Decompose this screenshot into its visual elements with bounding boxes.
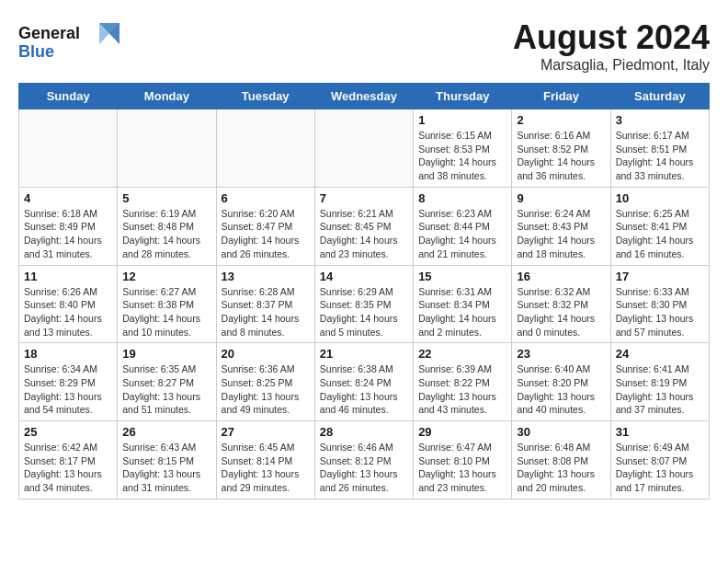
month-year: August 2024 (513, 18, 710, 57)
day-number: 20 (222, 347, 310, 361)
calendar-cell-0-0 (19, 109, 118, 188)
day-info: Sunrise: 6:18 AMSunset: 8:49 PMDaylight:… (24, 207, 112, 261)
calendar-cell-4-6: 31Sunrise: 6:49 AMSunset: 8:07 PMDayligh… (610, 421, 709, 500)
calendar-table: Sunday Monday Tuesday Wednesday Thursday… (18, 83, 710, 500)
week-row-3: 11Sunrise: 6:26 AMSunset: 8:40 PMDayligh… (19, 265, 710, 343)
calendar-cell-3-5: 23Sunrise: 6:40 AMSunset: 8:20 PMDayligh… (512, 343, 610, 421)
day-info: Sunrise: 6:31 AMSunset: 8:34 PMDaylight:… (418, 285, 506, 339)
day-info: Sunrise: 6:17 AMSunset: 8:51 PMDaylight:… (616, 129, 704, 183)
header-saturday: Saturday (610, 84, 709, 109)
header-sunday: Sunday (19, 84, 118, 109)
calendar-cell-3-0: 18Sunrise: 6:34 AMSunset: 8:29 PMDayligh… (19, 343, 118, 421)
title-area: August 2024 Marsaglia, Piedmont, Italy (513, 18, 710, 74)
day-info: Sunrise: 6:49 AMSunset: 8:07 PMDaylight:… (616, 441, 704, 495)
day-info: Sunrise: 6:19 AMSunset: 8:48 PMDaylight:… (122, 207, 210, 261)
days-header-row: Sunday Monday Tuesday Wednesday Thursday… (19, 84, 710, 109)
calendar-cell-1-2: 6Sunrise: 6:20 AMSunset: 8:47 PMDaylight… (216, 187, 314, 265)
calendar-cell-0-1 (118, 109, 216, 188)
day-number: 4 (24, 191, 112, 205)
day-number: 31 (616, 425, 704, 439)
calendar-cell-0-2 (216, 109, 314, 188)
calendar-cell-2-6: 17Sunrise: 6:33 AMSunset: 8:30 PMDayligh… (610, 265, 709, 343)
logo: General Blue (18, 18, 119, 64)
calendar-cell-1-4: 8Sunrise: 6:23 AMSunset: 8:44 PMDaylight… (414, 187, 512, 265)
calendar-cell-1-6: 10Sunrise: 6:25 AMSunset: 8:41 PMDayligh… (610, 187, 709, 265)
day-number: 29 (418, 425, 506, 439)
day-number: 8 (418, 191, 506, 205)
day-info: Sunrise: 6:21 AMSunset: 8:45 PMDaylight:… (320, 207, 408, 261)
week-row-4: 18Sunrise: 6:34 AMSunset: 8:29 PMDayligh… (19, 343, 710, 421)
day-number: 19 (122, 347, 210, 361)
calendar-cell-0-6: 3Sunrise: 6:17 AMSunset: 8:51 PMDaylight… (610, 109, 709, 188)
day-number: 10 (616, 191, 704, 205)
calendar-cell-4-2: 27Sunrise: 6:45 AMSunset: 8:14 PMDayligh… (216, 421, 314, 500)
header-wednesday: Wednesday (314, 84, 413, 109)
day-number: 2 (517, 113, 605, 127)
day-number: 13 (222, 270, 310, 283)
day-info: Sunrise: 6:43 AMSunset: 8:15 PMDaylight:… (122, 441, 210, 495)
calendar-cell-3-3: 21Sunrise: 6:38 AMSunset: 8:24 PMDayligh… (314, 343, 413, 421)
calendar-cell-2-4: 15Sunrise: 6:31 AMSunset: 8:34 PMDayligh… (414, 265, 512, 343)
day-info: Sunrise: 6:47 AMSunset: 8:10 PMDaylight:… (418, 441, 506, 495)
day-info: Sunrise: 6:15 AMSunset: 8:53 PMDaylight:… (418, 129, 506, 183)
day-info: Sunrise: 6:35 AMSunset: 8:27 PMDaylight:… (122, 362, 210, 417)
day-info: Sunrise: 6:39 AMSunset: 8:22 PMDaylight:… (418, 362, 506, 417)
day-info: Sunrise: 6:40 AMSunset: 8:20 PMDaylight:… (517, 362, 605, 417)
day-info: Sunrise: 6:46 AMSunset: 8:12 PMDaylight:… (320, 441, 408, 495)
day-info: Sunrise: 6:45 AMSunset: 8:14 PMDaylight:… (222, 441, 310, 495)
calendar-cell-4-4: 29Sunrise: 6:47 AMSunset: 8:10 PMDayligh… (414, 421, 512, 500)
calendar-cell-4-3: 28Sunrise: 6:46 AMSunset: 8:12 PMDayligh… (314, 421, 413, 500)
day-info: Sunrise: 6:27 AMSunset: 8:38 PMDaylight:… (122, 285, 210, 339)
location: Marsaglia, Piedmont, Italy (513, 57, 710, 74)
day-info: Sunrise: 6:48 AMSunset: 8:08 PMDaylight:… (517, 441, 605, 495)
logo-svg: General Blue (18, 18, 119, 64)
day-number: 9 (517, 191, 605, 205)
day-info: Sunrise: 6:34 AMSunset: 8:29 PMDaylight:… (24, 362, 112, 417)
svg-text:Blue: Blue (18, 42, 54, 61)
calendar-cell-1-0: 4Sunrise: 6:18 AMSunset: 8:49 PMDaylight… (19, 187, 118, 265)
day-info: Sunrise: 6:33 AMSunset: 8:30 PMDaylight:… (616, 285, 704, 339)
day-number: 3 (616, 113, 704, 127)
day-number: 25 (24, 425, 112, 439)
day-info: Sunrise: 6:32 AMSunset: 8:32 PMDaylight:… (517, 285, 605, 339)
day-number: 14 (320, 270, 408, 283)
day-number: 1 (418, 113, 506, 127)
day-info: Sunrise: 6:24 AMSunset: 8:43 PMDaylight:… (517, 207, 605, 261)
calendar-cell-3-1: 19Sunrise: 6:35 AMSunset: 8:27 PMDayligh… (118, 343, 216, 421)
calendar-cell-4-0: 25Sunrise: 6:42 AMSunset: 8:17 PMDayligh… (19, 421, 118, 500)
calendar-cell-4-5: 30Sunrise: 6:48 AMSunset: 8:08 PMDayligh… (512, 421, 610, 500)
calendar-cell-1-1: 5Sunrise: 6:19 AMSunset: 8:48 PMDaylight… (118, 187, 216, 265)
calendar-cell-0-5: 2Sunrise: 6:16 AMSunset: 8:52 PMDaylight… (512, 109, 610, 188)
day-number: 22 (418, 347, 506, 361)
day-info: Sunrise: 6:26 AMSunset: 8:40 PMDaylight:… (24, 285, 112, 339)
day-number: 6 (222, 191, 310, 205)
header: General Blue August 2024 Marsaglia, Pied… (18, 18, 710, 74)
day-number: 26 (122, 425, 210, 439)
day-info: Sunrise: 6:23 AMSunset: 8:44 PMDaylight:… (418, 207, 506, 261)
day-number: 7 (320, 191, 408, 205)
day-number: 28 (320, 425, 408, 439)
week-row-5: 25Sunrise: 6:42 AMSunset: 8:17 PMDayligh… (19, 421, 710, 500)
calendar-cell-2-2: 13Sunrise: 6:28 AMSunset: 8:37 PMDayligh… (216, 265, 314, 343)
day-info: Sunrise: 6:29 AMSunset: 8:35 PMDaylight:… (320, 285, 408, 339)
day-info: Sunrise: 6:36 AMSunset: 8:25 PMDaylight:… (222, 362, 310, 417)
day-number: 16 (517, 270, 605, 283)
day-number: 18 (24, 347, 112, 361)
day-number: 5 (122, 191, 210, 205)
header-friday: Friday (512, 84, 610, 109)
day-info: Sunrise: 6:42 AMSunset: 8:17 PMDaylight:… (24, 441, 112, 495)
day-info: Sunrise: 6:16 AMSunset: 8:52 PMDaylight:… (517, 129, 605, 183)
day-number: 21 (320, 347, 408, 361)
day-number: 27 (222, 425, 310, 439)
week-row-1: 1Sunrise: 6:15 AMSunset: 8:53 PMDaylight… (19, 109, 710, 188)
day-info: Sunrise: 6:25 AMSunset: 8:41 PMDaylight:… (616, 207, 704, 261)
day-info: Sunrise: 6:28 AMSunset: 8:37 PMDaylight:… (222, 285, 310, 339)
day-info: Sunrise: 6:20 AMSunset: 8:47 PMDaylight:… (222, 207, 310, 261)
calendar-cell-3-6: 24Sunrise: 6:41 AMSunset: 8:19 PMDayligh… (610, 343, 709, 421)
calendar-cell-3-2: 20Sunrise: 6:36 AMSunset: 8:25 PMDayligh… (216, 343, 314, 421)
calendar-cell-3-4: 22Sunrise: 6:39 AMSunset: 8:22 PMDayligh… (414, 343, 512, 421)
calendar-cell-1-3: 7Sunrise: 6:21 AMSunset: 8:45 PMDaylight… (314, 187, 413, 265)
calendar-cell-2-1: 12Sunrise: 6:27 AMSunset: 8:38 PMDayligh… (118, 265, 216, 343)
day-number: 24 (616, 347, 704, 361)
calendar-cell-0-3 (314, 109, 413, 188)
